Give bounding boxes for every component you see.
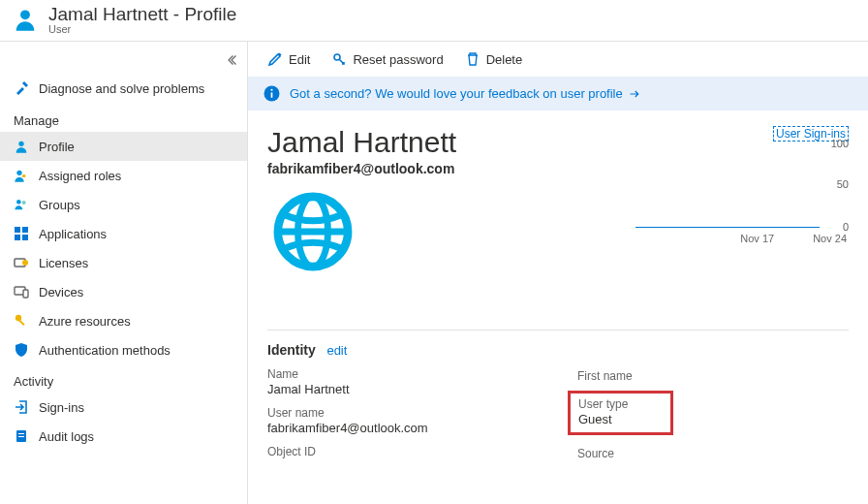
sidebar-item-profile[interactable]: Profile	[0, 132, 247, 161]
log-icon	[14, 428, 29, 444]
sidebar-item-label: Profile	[39, 140, 75, 154]
sidebar-item-label: Audit logs	[39, 429, 94, 444]
sidebar-group-activity: Activity	[0, 364, 247, 393]
profile-name: Jamal Hartnett	[267, 126, 616, 159]
objectid-label: Object ID	[267, 445, 539, 458]
devices-icon	[14, 284, 29, 299]
svg-rect-16	[18, 433, 24, 434]
svg-rect-17	[18, 436, 24, 437]
shield-icon	[14, 342, 29, 358]
sidebar-item-label: Diagnose and solve problems	[39, 81, 204, 96]
pencil-icon	[267, 51, 283, 67]
sidebar-item-diagnose[interactable]: Diagnose and solve problems	[0, 73, 247, 104]
sidebar-item-sign-ins[interactable]: Sign-ins	[0, 393, 247, 422]
reset-password-button[interactable]: Reset password	[331, 51, 443, 67]
user-icon	[12, 6, 39, 33]
username-value: fabrikamfiber4@outlook.com	[267, 421, 539, 435]
page-header: Jamal Hartnett - Profile User	[0, 0, 868, 42]
key-reset-icon	[331, 51, 347, 67]
info-icon	[264, 85, 280, 102]
svg-point-10	[22, 260, 28, 266]
highlight-box: User type Guest	[568, 391, 673, 435]
svg-rect-14	[18, 319, 25, 326]
main-content: Edit Reset password Delete Got a second?…	[248, 42, 868, 504]
svg-rect-5	[15, 227, 20, 233]
sidebar-item-azure-resources[interactable]: Azure resources	[0, 306, 247, 335]
profile-email: fabrikamfiber4@outlook.com	[267, 161, 616, 176]
sidebar-item-label: Authentication methods	[39, 343, 170, 358]
arrow-right-icon	[629, 88, 640, 100]
sidebar-item-label: Applications	[39, 227, 107, 241]
sidebar-item-applications[interactable]: Applications	[0, 219, 247, 248]
sidebar-item-label: Groups	[39, 198, 80, 212]
identity-section-title: Identity	[267, 342, 316, 358]
feedback-link[interactable]: Got a second? We would love your feedbac…	[290, 86, 640, 101]
sidebar-item-label: Assigned roles	[39, 169, 121, 183]
sidebar-item-label: Devices	[39, 285, 83, 299]
tools-icon	[14, 80, 29, 96]
source-label: Source	[577, 447, 849, 460]
groups-icon	[14, 197, 29, 212]
svg-point-0	[20, 10, 30, 19]
sign-ins-chart[interactable]: User Sign-ins 100 50 0 Nov 17 Nov 24	[636, 122, 849, 258]
sidebar: Diagnose and solve problems Manage Profi…	[0, 42, 248, 504]
button-label: Edit	[289, 52, 310, 67]
sidebar-item-audit-logs[interactable]: Audit logs	[0, 422, 247, 451]
username-label: User name	[267, 406, 539, 420]
chart-x-ticks: Nov 17 Nov 24	[636, 233, 849, 244]
signin-icon	[14, 399, 29, 415]
button-label: Reset password	[353, 52, 443, 67]
usertype-value: Guest	[578, 412, 628, 426]
license-icon	[14, 255, 29, 270]
delete-button[interactable]: Delete	[465, 51, 523, 67]
trash-icon	[465, 51, 480, 67]
svg-point-2	[16, 171, 21, 175]
sidebar-item-auth-methods[interactable]: Authentication methods	[0, 335, 247, 364]
sidebar-item-licenses[interactable]: Licenses	[0, 248, 247, 277]
sidebar-item-devices[interactable]: Devices	[0, 277, 247, 306]
svg-rect-6	[22, 227, 28, 233]
svg-rect-8	[22, 235, 28, 240]
sidebar-item-assigned-roles[interactable]: Assigned roles	[0, 161, 247, 190]
usertype-label: User type	[578, 397, 628, 411]
sidebar-item-label: Sign-ins	[39, 400, 84, 415]
svg-rect-20	[271, 92, 273, 97]
sidebar-item-label: Licenses	[39, 256, 88, 270]
svg-point-21	[270, 89, 272, 91]
sidebar-item-groups[interactable]: Groups	[0, 190, 247, 219]
svg-rect-7	[15, 235, 20, 240]
toolbar: Edit Reset password Delete	[248, 42, 868, 77]
globe-icon	[271, 190, 616, 273]
user-role-icon	[14, 168, 29, 183]
identity-edit-link[interactable]: edit	[326, 343, 347, 358]
sidebar-group-manage: Manage	[0, 104, 247, 132]
svg-point-3	[16, 200, 21, 205]
svg-point-4	[22, 201, 26, 205]
collapse-sidebar-button[interactable]	[0, 47, 247, 73]
user-icon	[14, 139, 29, 154]
feedback-info-bar[interactable]: Got a second? We would love your feedbac…	[248, 77, 868, 110]
edit-button[interactable]: Edit	[267, 51, 310, 67]
sidebar-item-label: Azure resources	[39, 314, 131, 329]
firstname-label: First name	[577, 369, 849, 383]
key-icon	[14, 313, 29, 329]
name-label: Name	[267, 367, 539, 381]
chart-axis: 100 50 0	[636, 132, 849, 229]
svg-point-1	[18, 142, 23, 146]
apps-icon	[14, 226, 29, 241]
page-title: Jamal Hartnett - Profile	[48, 4, 236, 25]
button-label: Delete	[486, 52, 523, 67]
name-value: Jamal Hartnett	[267, 382, 539, 396]
svg-rect-12	[23, 290, 28, 298]
